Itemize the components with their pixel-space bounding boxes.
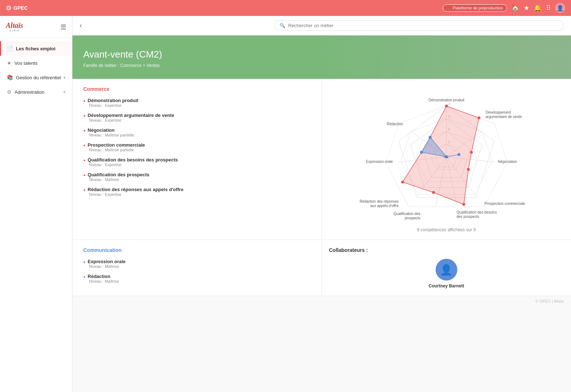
competence-qualification-prospects: ● Qualification des prospects Niveau : M… [83, 172, 311, 182]
svg-text:des prospects: des prospects [457, 215, 479, 219]
administration-icon: ⚙ [7, 89, 12, 95]
commerce-category: Commerce [83, 86, 311, 92]
radar-container: 1 2 3 4 [329, 86, 564, 232]
comp-level: Niveau : Maîtrise partielle [89, 133, 311, 137]
svg-text:4: 4 [448, 102, 450, 106]
comp-level: Niveau : Maîtrise [89, 177, 311, 182]
user-avatar-icon[interactable]: 👤 [555, 3, 565, 13]
bullet-icon: ● [83, 99, 85, 103]
svg-point-25 [467, 168, 470, 171]
competence-demonstration: ● Démonstration produit Niveau : Experti… [83, 98, 311, 108]
avatar-icon: 👤 [440, 264, 453, 276]
svg-text:aux appels d'offre: aux appels d'offre [370, 204, 399, 208]
svg-point-22 [445, 105, 448, 108]
star-icon[interactable]: ★ [524, 4, 529, 12]
sidebar-label-administration: Administration [14, 89, 44, 95]
competence-negociation: ● Négociation Niveau : Maîtrise partiell… [83, 127, 311, 137]
sidebar-item-vos-talents[interactable]: ★ Vos talents [0, 56, 72, 70]
avatar: 👤 [436, 259, 457, 281]
competence-qualification-besoins: ● Qualification des besoins des prospect… [83, 157, 311, 167]
search-bar[interactable]: 🔍 [274, 20, 564, 31]
chevron-down-icon-admin: ▼ [63, 90, 66, 94]
hamburger-icon[interactable]: ☰ [60, 23, 66, 31]
comp-name: Négociation [88, 127, 114, 133]
svg-text:Rédaction: Rédaction [387, 122, 403, 126]
sidebar-nav: 📄 Les fiches emploi ★ Vos talents 📚 Gest… [0, 38, 72, 392]
search-icon: 🔍 [280, 23, 285, 28]
sirh-label: SIRH [6, 29, 23, 32]
main-grid: Commerce ● Démonstration produit Niveau … [72, 79, 571, 240]
grid-icon[interactable]: ⠿ [546, 4, 551, 12]
collaborateurs-title: Collaborateurs : [329, 247, 564, 253]
svg-point-26 [462, 203, 465, 206]
comp-level: Niveau : Maîtrise partielle [89, 148, 311, 152]
comp-level: Niveau : Expertise [89, 192, 311, 197]
env-badge: 📍 Plateforme de préproduction [443, 4, 507, 12]
bullet-icon-blue: ● [83, 275, 85, 279]
svg-text:Négociation: Négociation [498, 160, 517, 164]
search-input[interactable] [288, 23, 558, 28]
competence-developpement: ● Développement argumentaire de vente Ni… [83, 113, 311, 122]
fiches-emploi-icon: 📄 [7, 46, 13, 51]
comp-level: Niveau : Expertise [89, 118, 311, 122]
back-button[interactable]: ‹ [80, 22, 82, 29]
svg-text:Expression orale: Expression orale [366, 160, 393, 164]
svg-text:Prospection commerciale: Prospection commerciale [484, 202, 525, 206]
competence-prospection: ● Prospection commerciale Niveau : Maîtr… [83, 142, 311, 152]
bullet-icon: ● [83, 188, 85, 192]
sidebar-item-administration[interactable]: ⚙ Administration ▼ [0, 85, 72, 99]
hero-title: Avant-vente (CM2) [83, 49, 560, 60]
top-nav-right: 📍 Plateforme de préproduction 🏠 ★ 🔔 ⠿ 👤 [443, 3, 565, 13]
competence-redaction: ● Rédaction Niveau : Maîtrise [83, 274, 311, 283]
comp-level: Niveau : Expertise [89, 103, 311, 108]
bottom-grid: Communication ● Expression orale Niveau … [72, 240, 571, 296]
sidebar-label-fiches-emploi: Les fiches emploi [16, 46, 55, 51]
sidebar-logo: Altaïs SIRH ☰ [0, 16, 72, 38]
comp-name: Rédaction [88, 274, 110, 279]
sidebar-item-gestion-referentiel[interactable]: 📚 Gestion du référentiel ▼ [0, 70, 72, 85]
main-content: ‹ 🔍 Avant-vente (CM2) Famille de métier … [72, 16, 571, 392]
chevron-down-icon: ▼ [63, 76, 66, 80]
hero-banner: Avant-vente (CM2) Famille de métier : Co… [72, 35, 571, 79]
comp-level: Niveau : Maîtrise [89, 279, 311, 283]
bell-icon[interactable]: 🔔 [534, 4, 542, 12]
svg-text:Démonstration produit: Démonstration produit [429, 98, 465, 102]
home-icon[interactable]: 🏠 [511, 4, 519, 12]
collaborateurs-panel: Collaborateurs : 👤 Courtney Barnett [322, 240, 571, 296]
svg-point-24 [470, 151, 473, 154]
radar-footer: 9 compétences affichées sur 9 [417, 227, 476, 232]
radar-chart: 1 2 3 4 [360, 86, 533, 224]
bullet-icon: ● [83, 158, 85, 162]
comp-level: Niveau : Maîtrise [89, 264, 311, 269]
svg-point-34 [429, 136, 432, 139]
comp-level: Niveau : Expertise [89, 163, 311, 167]
content-header: ‹ 🔍 [72, 16, 571, 35]
altais-logo: Altaïs [6, 22, 23, 29]
bullet-icon: ● [83, 143, 85, 147]
sidebar-label-gestion: Gestion du référentiel [16, 75, 61, 80]
brand-logo: ⊙ GPEC [6, 4, 28, 12]
right-panel: 1 2 3 4 [322, 79, 571, 240]
comp-name: Développement argumentaire de vente [88, 113, 174, 118]
sidebar: Altaïs SIRH ☰ 📄 Les fiches emploi ★ Vos … [0, 16, 72, 392]
svg-text:argumentaire de vente: argumentaire de vente [486, 115, 522, 119]
bullet-icon: ● [83, 114, 85, 118]
svg-text:Développement: Développement [486, 110, 511, 114]
svg-text:Niv.: Niv. [444, 155, 449, 159]
vos-talents-icon: ★ [7, 60, 12, 66]
competence-redaction-appels: ● Rédaction des réponses aux appels d'of… [83, 187, 311, 197]
comp-name: Expression orale [88, 259, 126, 264]
page-footer: © GPEC | Altaïs [72, 296, 571, 306]
svg-text:Qualification des: Qualification des [394, 212, 420, 216]
comp-name: Rédaction des réponses aux appels d'offr… [88, 187, 184, 192]
sidebar-item-fiches-emploi[interactable]: 📄 Les fiches emploi [0, 41, 72, 56]
top-nav-left: ⊙ GPEC [6, 4, 28, 12]
communication-category: Communication [83, 247, 311, 253]
svg-text:prospects: prospects [404, 216, 420, 220]
bullet-icon: ● [83, 128, 85, 132]
comp-name: Démonstration produit [88, 98, 138, 103]
sidebar-label-vos-talents: Vos talents [14, 60, 38, 66]
svg-text:Qualification des besoins: Qualification des besoins [457, 210, 497, 214]
svg-point-28 [401, 181, 404, 184]
communication-panel: Communication ● Expression orale Niveau … [72, 240, 322, 296]
